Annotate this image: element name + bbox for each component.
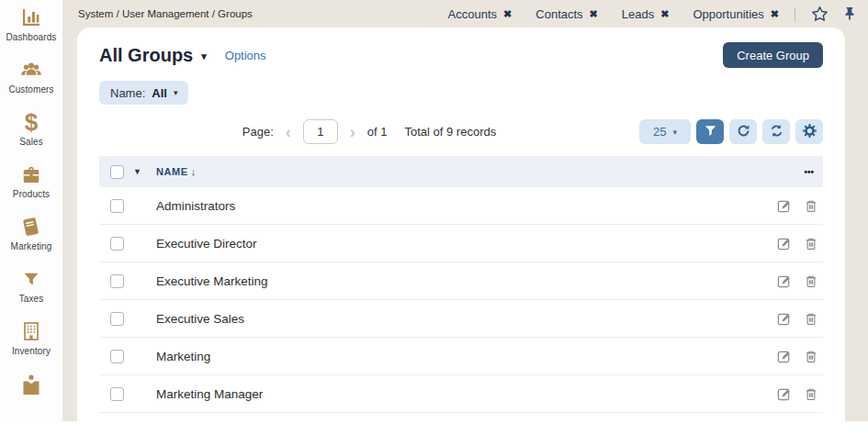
close-icon[interactable]: ✖	[660, 8, 669, 20]
sidebar-item-marketing[interactable]: Marketing	[0, 215, 62, 267]
puzzle-icon	[19, 372, 43, 396]
tab-opportunities[interactable]: Opportunities ✖	[693, 7, 779, 21]
tab-label: Leads	[622, 7, 654, 21]
sidebar-item-label: Products	[13, 189, 50, 199]
header-check-cell: ▼	[99, 165, 156, 179]
sidebar-item-customers[interactable]: Customers	[0, 58, 62, 110]
page-label: Page:	[242, 125, 274, 139]
edit-icon[interactable]	[777, 387, 791, 401]
sidebar-item-inventory[interactable]: Inventory	[0, 319, 62, 372]
trash-icon[interactable]	[805, 274, 817, 288]
topbar-divider	[795, 7, 795, 21]
table-row: Marketing	[99, 338, 823, 375]
trash-icon[interactable]	[805, 312, 817, 326]
tab-contacts[interactable]: Contacts ✖	[535, 7, 598, 21]
page-title: All Groups	[99, 45, 193, 66]
building-icon	[20, 319, 42, 343]
book-icon	[20, 215, 42, 239]
page-size-value: 25	[653, 125, 666, 139]
filter-label: Name:	[110, 86, 145, 100]
select-all-checkbox[interactable]	[110, 165, 124, 179]
pagination: Page: ‹ › of 1 Total of 9 records	[99, 119, 639, 144]
tab-leads[interactable]: Leads ✖	[622, 7, 670, 21]
tab-accounts[interactable]: Accounts ✖	[448, 7, 513, 21]
page-size-dropdown[interactable]: 25 ▾	[639, 119, 691, 144]
page-of-label: of 1	[367, 125, 388, 139]
group-name-link[interactable]: Executive Director	[156, 237, 777, 251]
star-icon[interactable]	[811, 6, 829, 23]
edit-icon[interactable]	[777, 199, 791, 213]
funnel-icon	[22, 267, 40, 291]
list-controls-row: Page: ‹ › of 1 Total of 9 records 25 ▾	[99, 119, 823, 144]
close-icon[interactable]: ✖	[503, 8, 512, 20]
table-row: Marketing Manager	[99, 375, 823, 413]
sync-button[interactable]	[762, 119, 790, 144]
table-row: Administrators	[99, 187, 823, 225]
page-title-dropdown[interactable]: All Groups ▾	[99, 45, 207, 66]
row-checkbox[interactable]	[110, 312, 124, 326]
app-window: Dashboards Customers $ Sales Products Ma…	[0, 0, 868, 446]
group-name-link[interactable]: Executive Sales	[156, 312, 777, 326]
group-name-link[interactable]: Marketing Manager	[156, 387, 777, 401]
row-checkbox[interactable]	[110, 274, 124, 288]
main-region: System / User Management / Groups Accoun…	[62, 0, 868, 421]
content-card: All Groups ▾ Options Create Group Name: …	[77, 28, 845, 421]
page-number-input[interactable]	[303, 119, 338, 144]
sidebar-item-products[interactable]: Products	[0, 162, 62, 215]
refresh-button[interactable]	[729, 119, 757, 144]
topbar: System / User Management / Groups Accoun…	[62, 0, 868, 28]
row-checkbox[interactable]	[110, 237, 124, 251]
edit-icon[interactable]	[777, 274, 791, 288]
sidebar-item-label: Customers	[8, 84, 53, 95]
close-icon[interactable]: ✖	[771, 8, 779, 20]
trash-icon[interactable]	[805, 199, 817, 213]
sidebar-item-partial[interactable]	[0, 372, 62, 424]
bar-chart-icon	[20, 6, 42, 29]
row-checkbox[interactable]	[110, 350, 124, 363]
filter-button[interactable]	[696, 119, 724, 144]
sort-down-icon: ↓	[191, 166, 197, 177]
trash-icon[interactable]	[805, 350, 817, 363]
trash-icon[interactable]	[805, 237, 817, 251]
caret-down-icon: ▾	[672, 128, 677, 137]
chevron-left-icon[interactable]: ‹	[284, 124, 293, 140]
create-group-button[interactable]: Create Group	[723, 42, 823, 68]
groups-table: ▼ NAME ↓ ••• Administrators	[99, 156, 823, 413]
row-checkbox[interactable]	[110, 387, 124, 401]
select-menu-caret-icon[interactable]: ▼	[133, 167, 141, 176]
pin-icon[interactable]	[843, 6, 856, 21]
quick-tabs: Accounts ✖ Contacts ✖ Leads ✖ Opportunit…	[448, 7, 779, 21]
sidebar-item-sales[interactable]: $ Sales	[0, 110, 62, 162]
table-row: Executive Sales	[99, 300, 823, 338]
breadcrumb[interactable]: System / User Management / Groups	[78, 8, 448, 19]
edit-icon[interactable]	[777, 237, 791, 251]
tab-label: Opportunities	[693, 7, 763, 21]
options-link[interactable]: Options	[225, 49, 266, 62]
column-menu-icon[interactable]: •••	[804, 167, 823, 177]
total-records-label: Total of 9 records	[404, 125, 496, 139]
sidebar-item-dashboards[interactable]: Dashboards	[0, 6, 62, 58]
name-filter-dropdown[interactable]: Name: All ▾	[99, 81, 188, 105]
dollar-icon: $	[25, 110, 38, 134]
chevron-right-icon[interactable]: ›	[348, 124, 357, 140]
row-checkbox[interactable]	[110, 199, 124, 213]
tab-label: Accounts	[448, 7, 497, 21]
filter-chip-row: Name: All ▾	[99, 81, 823, 105]
settings-button[interactable]	[795, 119, 823, 144]
name-column-header[interactable]: NAME ↓	[156, 166, 804, 177]
group-name-link[interactable]: Executive Marketing	[156, 274, 777, 288]
group-name-link[interactable]: Marketing	[156, 350, 777, 363]
group-name-link[interactable]: Administrators	[156, 199, 777, 213]
table-row: Executive Marketing	[99, 262, 823, 300]
edit-icon[interactable]	[777, 312, 791, 326]
sidebar-item-taxes[interactable]: Taxes	[0, 267, 62, 319]
trash-icon[interactable]	[805, 387, 817, 401]
filter-value: All	[152, 86, 167, 100]
edit-icon[interactable]	[777, 350, 791, 363]
sidebar-item-label: Marketing	[11, 241, 52, 251]
list-buttons: 25 ▾	[639, 119, 823, 144]
caret-down-icon: ▾	[201, 48, 207, 62]
rotate-right-icon	[737, 124, 750, 140]
title-row: All Groups ▾ Options Create Group	[99, 28, 823, 68]
close-icon[interactable]: ✖	[590, 8, 598, 20]
